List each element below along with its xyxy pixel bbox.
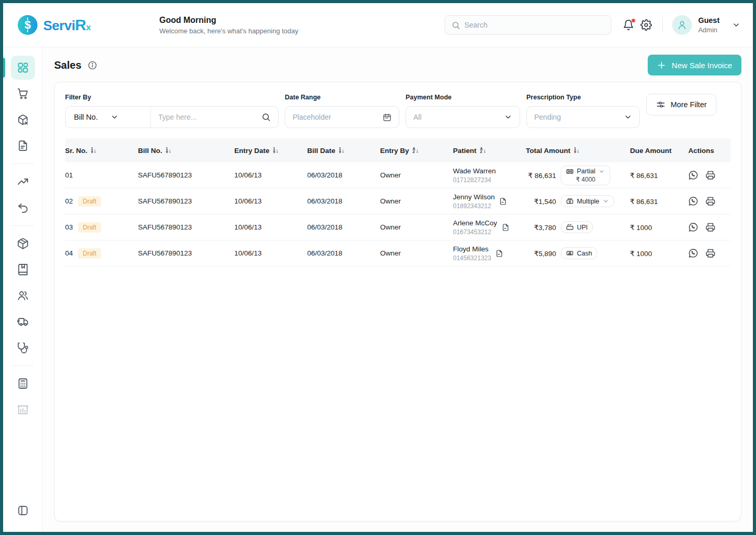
patient-phone: 01456321323 — [453, 254, 491, 262]
sort-icon[interactable]: 19↓ — [339, 147, 344, 154]
prescription-type-select[interactable]: Pending — [526, 106, 640, 128]
entry-by: Owner — [380, 249, 453, 257]
whatsapp-icon — [688, 196, 698, 206]
sort-icon[interactable]: AZ↓ — [413, 147, 419, 154]
sort-icon[interactable]: AZ↓ — [480, 147, 486, 154]
new-sale-invoice-button[interactable]: New Sale Invoice — [648, 55, 741, 75]
payment-mode-badge[interactable]: Multiple — [561, 195, 614, 207]
partial-amount: ₹ 4000 — [576, 176, 596, 183]
search-icon[interactable] — [261, 112, 271, 122]
sidebar-item-sales[interactable] — [11, 170, 35, 194]
calendar-icon — [383, 113, 392, 122]
whatsapp-action-button[interactable] — [688, 196, 698, 206]
draft-badge: Draft — [78, 196, 101, 207]
bill-date: 06/03/2018 — [307, 171, 380, 179]
sidebar-item-customers[interactable] — [11, 284, 35, 308]
panel-collapse-icon — [17, 504, 29, 517]
whatsapp-icon — [688, 170, 698, 180]
whatsapp-action-button[interactable] — [688, 248, 698, 258]
main-content: Sales New Sale Invoice Filter By — [43, 47, 753, 532]
sidebar-collapse-button[interactable] — [11, 499, 35, 523]
search-icon — [451, 21, 460, 30]
payment-mode-select[interactable]: All — [406, 106, 520, 128]
printer-action-button[interactable] — [705, 222, 715, 232]
document-icon — [17, 139, 29, 152]
bill-no-dropdown[interactable]: Bill No. — [66, 107, 151, 128]
sidebar-item-returns[interactable] — [11, 108, 35, 132]
prescription-file-icon[interactable] — [501, 223, 510, 232]
due-amount: ₹ 86,631 — [630, 197, 688, 206]
draft-badge: Draft — [78, 222, 101, 233]
sort-icon[interactable]: 19↓ — [91, 147, 96, 154]
svg-text:$: $ — [24, 18, 31, 31]
printer-action-button[interactable] — [705, 170, 715, 180]
column-header[interactable]: PatientAZ↓ — [453, 147, 526, 155]
sidebar-item-ledger[interactable] — [11, 258, 35, 282]
column-header[interactable]: Entry ByAZ↓ — [380, 147, 453, 155]
calculator-icon — [17, 377, 29, 390]
patient-phone: 01712827234 — [453, 176, 496, 184]
trend-up-icon — [17, 175, 29, 188]
wallet-cash-icon — [566, 168, 574, 175]
chevron-down-icon — [110, 113, 143, 121]
filter-by-combo: Bill No. — [65, 106, 279, 128]
sidebar-item-invoices[interactable] — [11, 134, 35, 158]
sort-icon[interactable]: 19↓ — [166, 147, 171, 154]
payment-mode-badge[interactable]: Partial ₹ 4000 — [561, 165, 610, 185]
settings-button[interactable] — [637, 16, 655, 34]
whatsapp-action-button[interactable] — [688, 170, 698, 180]
sidebar-item-inventory[interactable] — [11, 232, 35, 256]
search-input[interactable] — [464, 21, 604, 29]
printer-icon — [705, 196, 715, 206]
chevron-down-icon — [598, 168, 605, 175]
column-header[interactable]: Total Amount19↓ — [526, 147, 630, 155]
sidebar-item-sales-return[interactable] — [11, 196, 35, 220]
entry-date: 10/06/13 — [234, 249, 307, 257]
sidebar-item-doctors[interactable] — [11, 336, 35, 360]
truck-icon — [17, 315, 29, 328]
notifications-button[interactable] — [620, 16, 637, 34]
printer-action-button[interactable] — [705, 196, 715, 206]
sidebar-item-dashboard[interactable] — [11, 56, 35, 80]
sidebar-item-calculator[interactable] — [11, 372, 35, 396]
whatsapp-icon — [688, 248, 698, 258]
prescription-type-label: Prescription Type — [526, 94, 640, 101]
sidebar-divider — [12, 163, 34, 164]
table-row: 02 Draft SAFU567890123 10/06/13 06/03/20… — [65, 188, 730, 214]
column-header[interactable]: Bill No.19↓ — [138, 147, 234, 155]
global-search[interactable] — [445, 15, 611, 35]
bill-date: 06/03/2018 — [307, 249, 380, 257]
due-amount: ₹ 1000 — [630, 249, 688, 258]
cash-stack-icon — [566, 197, 574, 205]
undo-icon — [17, 201, 29, 214]
serial-number: 02 — [65, 197, 73, 205]
package-x-icon — [17, 113, 29, 126]
user-menu[interactable]: Guest Admin — [672, 15, 740, 35]
info-icon[interactable] — [87, 60, 97, 70]
filter-search-input[interactable] — [158, 113, 257, 121]
sidebar-item-delivery[interactable] — [11, 310, 35, 334]
sidebar-item-reports[interactable] — [11, 398, 35, 422]
sidebar-divider — [12, 225, 34, 226]
entry-by: Owner — [380, 197, 453, 205]
brand-logo-icon: $ — [17, 14, 39, 36]
column-header[interactable]: Entry Date19↓ — [234, 147, 307, 155]
user-meta: Guest Admin — [698, 16, 720, 34]
date-range-input[interactable]: Placeholder — [285, 106, 399, 128]
whatsapp-action-button[interactable] — [688, 222, 698, 232]
patient-name: Floyd Miles — [453, 245, 491, 253]
patient-name: Jenny Wilson — [453, 193, 495, 201]
payment-mode-badge: UPI — [561, 221, 593, 233]
sort-icon[interactable]: 19↓ — [273, 147, 279, 154]
printer-action-button[interactable] — [705, 248, 715, 258]
table-header-row: Sr. No.19↓Bill No.19↓Entry Date19↓Bill D… — [65, 138, 730, 162]
prescription-file-icon[interactable] — [495, 249, 503, 258]
column-header[interactable]: Sr. No.19↓ — [65, 147, 138, 155]
sidebar-item-purchases[interactable] — [11, 82, 35, 106]
column-header[interactable]: Bill Date19↓ — [307, 147, 380, 155]
sort-icon[interactable]: 19↓ — [574, 147, 579, 154]
book-icon — [17, 263, 29, 276]
chevron-down-icon — [624, 113, 632, 121]
more-filter-button[interactable]: More Filter — [646, 94, 716, 116]
prescription-file-icon[interactable] — [499, 197, 507, 206]
